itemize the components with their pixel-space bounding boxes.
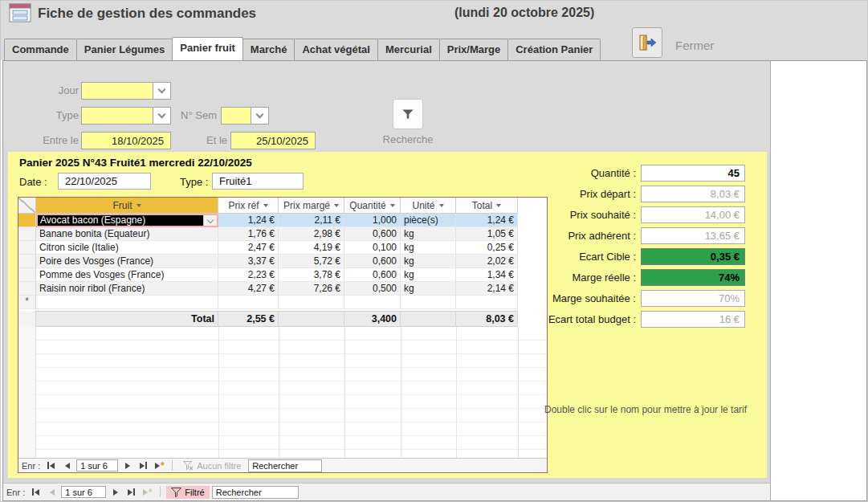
first-record-button[interactable] bbox=[29, 487, 43, 498]
new-record-selector[interactable]: * bbox=[18, 296, 36, 309]
row-selector[interactable] bbox=[18, 255, 36, 268]
last-record-button[interactable] bbox=[137, 460, 150, 471]
marge-souhaitee-label: Marge souhaitée : bbox=[552, 292, 636, 304]
column-header-fruit[interactable]: Fruit bbox=[36, 198, 218, 214]
subform-record-navigation: Enr : 1 sur 6 * Aucu bbox=[18, 458, 547, 472]
totals-row-selector bbox=[18, 311, 36, 327]
filtered-button[interactable]: Filtré bbox=[166, 486, 209, 499]
sort-filter-arrow-icon[interactable] bbox=[263, 204, 268, 207]
cell-fruit[interactable]: Raisin noir ribol (France) bbox=[36, 282, 218, 296]
record-position[interactable]: 1 sur 6 bbox=[76, 459, 118, 471]
form-search-input[interactable]: Rechercher bbox=[212, 486, 299, 499]
table-row[interactable]: Avocat bacon (Espagne) 1,24 € 2,11 € 1,0… bbox=[18, 214, 547, 227]
cell-fruit[interactable]: Poire des Vosges (France) bbox=[36, 255, 218, 268]
sort-filter-arrow-icon[interactable] bbox=[137, 204, 141, 207]
et-le-input[interactable]: 25/10/2025 bbox=[230, 132, 316, 149]
combo-dropdown-button[interactable] bbox=[203, 215, 217, 226]
sort-filter-arrow-icon[interactable] bbox=[496, 204, 501, 207]
chevron-down-icon[interactable] bbox=[251, 108, 268, 124]
cell-fruit-empty[interactable] bbox=[36, 296, 218, 309]
et-le-label: Et le bbox=[194, 134, 227, 146]
column-header-unite[interactable]: Unité bbox=[401, 198, 456, 214]
tab-marche[interactable]: Marché bbox=[242, 39, 295, 60]
new-record-row[interactable]: * bbox=[18, 296, 547, 309]
total-unite bbox=[401, 311, 456, 327]
et-le-value: 25/10/2025 bbox=[231, 133, 315, 149]
row-selector[interactable] bbox=[18, 268, 36, 282]
datasheet-empty-area bbox=[18, 327, 547, 458]
tab-achat-vegetal[interactable]: Achat végétal bbox=[294, 39, 378, 60]
cell-total: 2,02 € bbox=[456, 255, 518, 268]
cell-quantite: 0,100 bbox=[344, 241, 401, 255]
new-record-button[interactable]: * bbox=[141, 487, 154, 498]
first-record-button[interactable] bbox=[44, 460, 58, 471]
table-row[interactable]: Poire des Vosges (France) 3,37 € 5,72 € … bbox=[18, 255, 547, 268]
last-record-button[interactable] bbox=[124, 487, 138, 498]
table-row[interactable]: Raisin noir ribol (France) 4,27 € 7,26 €… bbox=[18, 282, 547, 296]
cell-prix-ref: 2,47 € bbox=[218, 241, 279, 255]
tab-panier-fruit[interactable]: Panier fruit bbox=[172, 37, 243, 60]
date-field[interactable]: 22/10/2025 bbox=[58, 173, 151, 190]
no-filter-label: Aucun filtre bbox=[197, 461, 241, 471]
close-form-button[interactable] bbox=[632, 27, 662, 58]
filtered-label: Filtré bbox=[185, 488, 204, 497]
column-header-prix-marge[interactable]: Prix margé bbox=[279, 198, 344, 214]
jour-combobox[interactable] bbox=[81, 82, 171, 100]
previous-record-button[interactable] bbox=[45, 487, 59, 498]
cell-unite: kg bbox=[401, 241, 456, 255]
column-header-prix-ref[interactable]: Prix réf bbox=[218, 198, 279, 214]
type-combobox[interactable] bbox=[81, 107, 171, 124]
table-row[interactable]: Banane bonita (Equateur) 1,76 € 2,98 € 0… bbox=[18, 227, 547, 241]
form-body: Jour Type N° Sem Entre le 18/10/20 bbox=[3, 61, 771, 500]
record-position[interactable]: 1 sur 6 bbox=[61, 486, 106, 498]
cell-fruit[interactable]: Citron sicile (Italie) bbox=[36, 241, 218, 255]
funnel-icon bbox=[401, 108, 414, 120]
cell-fruit[interactable]: Pomme des Vosges (France) bbox=[36, 268, 218, 282]
marge-souhaitee-field: 70% bbox=[641, 290, 745, 307]
sort-filter-arrow-icon[interactable] bbox=[390, 204, 395, 207]
row-selector-current[interactable] bbox=[18, 214, 36, 227]
chevron-down-icon[interactable] bbox=[153, 83, 170, 99]
row-selector[interactable] bbox=[18, 227, 36, 241]
tab-prix-marge[interactable]: Prix/Marge bbox=[439, 39, 508, 60]
fruit-combobox[interactable]: Avocat bacon (Espagne) bbox=[36, 214, 218, 227]
row-selector[interactable] bbox=[18, 282, 36, 296]
tab-panier-legumes[interactable]: Panier Légumes bbox=[76, 39, 173, 60]
column-header-quantite[interactable]: Quantité bbox=[344, 198, 401, 214]
cell-empty bbox=[279, 296, 344, 309]
tab-creation-panier[interactable]: Création Panier bbox=[507, 39, 601, 60]
subform-search-input[interactable]: Rechercher bbox=[248, 459, 322, 472]
ecart-total-budget-label: Ecart total budget : bbox=[548, 313, 636, 325]
entre-le-input[interactable]: 18/10/2025 bbox=[81, 132, 171, 149]
exit-door-icon bbox=[638, 33, 657, 52]
no-filter-button[interactable]: Aucun filtre bbox=[178, 459, 246, 472]
tab-commande[interactable]: Commande bbox=[4, 39, 77, 60]
cell-empty bbox=[218, 296, 279, 309]
panier-type-field[interactable]: Fruité1 bbox=[212, 173, 304, 190]
page-title: Fiche de gestion des commandes bbox=[38, 6, 256, 22]
entre-le-value: 18/10/2025 bbox=[82, 133, 170, 149]
chevron-down-icon[interactable] bbox=[153, 108, 170, 124]
select-all-corner[interactable] bbox=[18, 198, 36, 214]
filter-section: Jour Type N° Sem Entre le 18/10/20 bbox=[3, 61, 770, 151]
previous-record-button[interactable] bbox=[60, 460, 74, 471]
column-header-total[interactable]: Total bbox=[456, 198, 518, 214]
sort-filter-arrow-icon[interactable] bbox=[334, 204, 339, 207]
row-selector[interactable] bbox=[18, 241, 36, 255]
cell-prix-marge: 5,72 € bbox=[279, 255, 344, 268]
recherche-button[interactable] bbox=[393, 99, 423, 129]
cell-fruit[interactable]: Banane bonita (Equateur) bbox=[36, 227, 218, 241]
quantite-field[interactable]: 45 bbox=[641, 165, 745, 182]
num-sem-combobox[interactable] bbox=[221, 107, 269, 124]
tab-mercurial[interactable]: Mercurial bbox=[377, 39, 440, 60]
cell-unite: kg bbox=[401, 227, 456, 241]
cell-unite: kg bbox=[401, 268, 456, 282]
next-record-button[interactable] bbox=[120, 460, 134, 471]
table-row[interactable]: Pomme des Vosges (France) 2,23 € 3,78 € … bbox=[18, 268, 547, 282]
table-row[interactable]: Citron sicile (Italie) 2,47 € 4,19 € 0,1… bbox=[18, 241, 547, 255]
sort-filter-arrow-icon[interactable] bbox=[439, 204, 444, 207]
cell-quantite: 0,600 bbox=[344, 227, 401, 241]
next-record-button[interactable] bbox=[108, 487, 122, 498]
form-page: Jour Type N° Sem Entre le 18/10/20 bbox=[2, 60, 867, 501]
new-record-button[interactable]: * bbox=[153, 460, 166, 471]
